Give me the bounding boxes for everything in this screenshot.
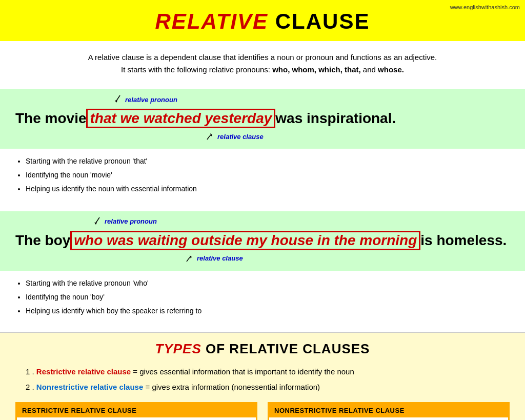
title-clause: CLAUSE [268,9,370,33]
example1-block: relative pronoun The movie that we watch… [0,89,525,149]
example1-after: was inspirational. [275,110,396,127]
header-section: RELATIVE CLAUSE [0,0,525,41]
main-title: RELATIVE CLAUSE [5,9,520,34]
example2-clause-wrap: relative clause [10,254,515,263]
restrictive-box: RESTRICTIVE RELATIVE CLAUSE He is the ma… [15,402,257,420]
example2-after: is homeless. [420,232,507,249]
example1-bullets: Starting with the relative pronoun 'that… [0,149,525,205]
arrow-up-icon2 [185,254,195,263]
arrow-icon2 [92,216,103,227]
types-title: TYPES OF RELATIVE CLAUSES [15,341,510,357]
types-section: TYPES OF RELATIVE CLAUSES 1 . Restrictiv… [0,332,525,420]
website-url: www.englishwithashish.com [450,4,520,10]
bullet-item: Identifying the noun 'boy' [26,291,510,304]
nonrestrictive-header: NONRESTRICTIVE RELATIVE CLAUSE [269,404,508,417]
title-relative: RELATIVE [155,9,269,33]
example1-sentence: The movie that we watched yesterday was … [10,106,515,131]
bullet-item: Starting with the relative pronoun 'that… [26,155,510,168]
restrictive-header: RESTRICTIVE RELATIVE CLAUSE [17,404,256,417]
nonrestrictive-box: NONRESTRICTIVE RELATIVE CLAUSE Did you t… [268,402,510,420]
intro-line2: It starts with the following relative pr… [15,64,510,76]
intro-line1: A relative clause is a dependent clause … [15,51,510,64]
example1-clause-wrap: relative clause [10,132,515,141]
types-list: 1 . Restrictive relative clause = gives … [15,364,510,395]
example1-before: The movie [15,110,86,127]
types-comparison: RESTRICTIVE RELATIVE CLAUSE He is the ma… [15,402,510,420]
example2-bullets: Starting with the relative pronoun 'who'… [0,271,525,327]
example2-sentence: The boy who was waiting outside my house… [10,228,515,253]
example1-clause-label: relative clause [205,132,264,141]
example1-highlight: that we watched yesterday [86,109,275,128]
example1-pronoun-wrap: relative pronoun [10,94,515,105]
intro-section: A relative clause is a dependent clause … [0,41,525,83]
svg-marker-0 [115,101,117,103]
example2-pronoun-label: relative pronoun [92,216,157,227]
restrictive-body: He is the man who killed your uncle. The… [17,417,256,420]
example2-before: The boy [15,232,70,249]
types-item2: 2 . Nonrestrictive relative clause = giv… [26,379,510,395]
types-item1: 1 . Restrictive relative clause = gives … [26,364,510,379]
example2-highlight: who was waiting outside my house in the … [70,231,420,250]
bullet-item: Identifying the noun 'movie' [26,169,510,182]
bullet-item: Helping us identify which boy the speake… [26,305,510,317]
example2-clause-label: relative clause [185,254,243,263]
svg-marker-2 [94,223,97,225]
bullet-item: Helping us identify the noun with essent… [26,183,510,195]
example2-pronoun-wrap: relative pronoun [10,216,515,227]
example2-block: relative pronoun The boy who was waiting… [0,211,525,271]
bullet-item: Starting with the relative pronoun 'who' [26,277,510,290]
nonrestrictive-body: Did you talk to Riya, who is the class m… [269,417,508,420]
arrow-icon [113,94,123,105]
example1-pronoun-label: relative pronoun [113,94,177,105]
arrow-up-icon [205,132,215,141]
